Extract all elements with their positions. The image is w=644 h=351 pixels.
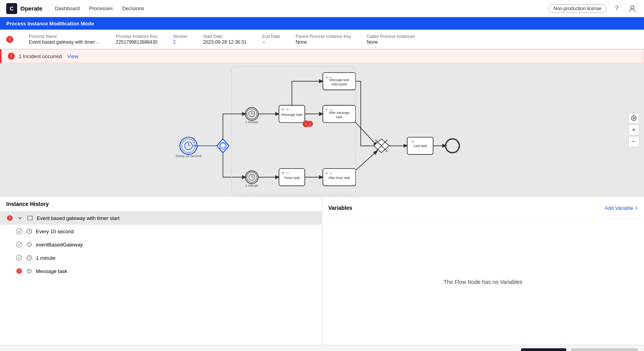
incident-message: 1 Incident occurred bbox=[19, 53, 62, 59]
zoom-out-button[interactable]: − bbox=[628, 136, 639, 147]
license-badge[interactable]: Non-production license bbox=[548, 4, 607, 13]
svg-text:⚙: ⚙ bbox=[325, 108, 328, 112]
nav-dashboard[interactable]: Dashboard bbox=[55, 4, 80, 13]
svg-point-77 bbox=[16, 255, 22, 261]
history-panel: Instance History ! Event based gateway w… bbox=[0, 197, 322, 345]
process-name-label: Process Name bbox=[29, 34, 100, 39]
svg-text:interrupted: interrupted bbox=[331, 83, 347, 86]
parent-key-label: Parent Process Instance Key bbox=[296, 34, 351, 39]
parent-key-group: Parent Process Instance Key None bbox=[296, 34, 351, 45]
zoom-reset-button[interactable] bbox=[628, 113, 639, 124]
history-error-icon: ! bbox=[6, 214, 13, 222]
process-info-bar: ! Process Name Event based gateway with … bbox=[0, 30, 644, 49]
history-item-label-4: Message task bbox=[36, 268, 67, 274]
svg-text:!: ! bbox=[9, 216, 10, 220]
svg-text:Every 10 second: Every 10 second bbox=[176, 154, 201, 158]
history-item-label-root: Event based gateway with timer start bbox=[37, 215, 119, 221]
add-variable-button[interactable]: Add Variable + bbox=[605, 205, 638, 211]
incident-view-link[interactable]: View bbox=[68, 53, 78, 59]
svg-text:After message: After message bbox=[329, 111, 350, 115]
history-completed-icon-3 bbox=[16, 254, 23, 261]
history-gateway-icon bbox=[26, 241, 33, 248]
start-date-group: Start Date 2023-09-29 12:36:31 bbox=[203, 34, 246, 45]
process-name-group: Process Name Event based gateway with ti… bbox=[29, 34, 100, 45]
logo-icon: C bbox=[6, 3, 17, 14]
mod-banner-text: Process Instance Modification Mode bbox=[6, 21, 94, 27]
svg-point-63 bbox=[446, 139, 459, 152]
main-area: Every 10 second 1 minute 1 minute bbox=[0, 63, 644, 351]
apply-modifications-button[interactable]: Apply Modifications bbox=[571, 348, 638, 351]
discard-all-button[interactable]: Discard All bbox=[521, 348, 566, 351]
svg-text:⚙: ⚙ bbox=[281, 108, 285, 112]
incident-bar: ! 1 Incident occurred View bbox=[0, 49, 644, 63]
history-item-1min[interactable]: 1 minute bbox=[9, 251, 322, 264]
svg-text:1 minute: 1 minute bbox=[245, 120, 258, 124]
zoom-in-button[interactable]: + bbox=[628, 124, 639, 135]
instance-key-value: 2251799813888430 bbox=[116, 39, 158, 45]
svg-rect-70 bbox=[28, 216, 32, 220]
end-date-label: End Date bbox=[262, 34, 280, 39]
svg-text:!: ! bbox=[18, 269, 20, 273]
svg-marker-76 bbox=[27, 242, 32, 247]
version-label: Version bbox=[173, 34, 188, 39]
history-error-icon-2: ! bbox=[16, 268, 23, 275]
history-completed-icon-2 bbox=[16, 241, 23, 248]
process-error-indicator: ! bbox=[6, 36, 13, 43]
history-item-label-2: eventBasedGateway bbox=[36, 242, 83, 248]
variables-panel: Variables Add Variable + The Flow Node h… bbox=[322, 197, 644, 345]
user-icon[interactable] bbox=[627, 3, 638, 14]
end-date-value: -- bbox=[262, 39, 280, 45]
svg-text:After timer task: After timer task bbox=[328, 176, 350, 180]
svg-text:task: task bbox=[336, 115, 343, 119]
nav-decisions[interactable]: Decisions bbox=[122, 4, 144, 13]
zoom-controls: + − bbox=[628, 113, 639, 147]
top-nav: C Operate Dashboard Processes Decisions … bbox=[0, 0, 644, 17]
svg-text:⚙: ⚙ bbox=[281, 171, 285, 175]
svg-point-71 bbox=[16, 229, 22, 234]
start-date-label: Start Date bbox=[203, 34, 246, 39]
svg-text:⏱: ⏱ bbox=[329, 172, 332, 175]
bottom-panel: Instance History ! Event based gateway w… bbox=[0, 197, 644, 345]
svg-text:Message task: Message task bbox=[281, 113, 303, 117]
modification-banner: Process Instance Modification Mode bbox=[0, 17, 644, 30]
bpmn-diagram: Every 10 second 1 minute 1 minute bbox=[0, 63, 644, 197]
history-process-icon bbox=[27, 214, 34, 222]
svg-text:Timer task: Timer task bbox=[284, 176, 300, 180]
history-panel-title: Instance History bbox=[0, 197, 322, 211]
svg-text:⏱: ⏱ bbox=[286, 172, 289, 175]
history-completed-icon-1 bbox=[16, 228, 23, 235]
history-item-timer-start[interactable]: Every 10 second bbox=[9, 225, 322, 238]
start-date-value: 2023-09-29 12:36:31 bbox=[203, 39, 246, 45]
parent-key-value: None bbox=[296, 39, 351, 45]
svg-text:⚙: ⚙ bbox=[325, 172, 328, 175]
history-items-list: ! Event based gateway with timer start bbox=[0, 211, 322, 345]
history-item-root[interactable]: ! Event based gateway with timer start bbox=[0, 211, 322, 225]
version-value: 2 bbox=[173, 39, 188, 45]
variables-panel-title: Variables bbox=[328, 201, 352, 215]
called-value: None bbox=[366, 39, 415, 45]
history-timer-icon-1 bbox=[26, 228, 33, 235]
nav-processes[interactable]: Processes bbox=[89, 4, 113, 13]
end-date-group: End Date -- bbox=[262, 34, 280, 45]
svg-text:⚙: ⚙ bbox=[411, 140, 414, 144]
variables-empty-message: The Flow Node has no Variables bbox=[322, 219, 644, 345]
process-name-value: Event based gateway with timer ... bbox=[29, 39, 100, 45]
history-expand-icon[interactable] bbox=[16, 214, 23, 222]
history-item-label-3: 1 minute bbox=[36, 255, 55, 261]
svg-point-0 bbox=[631, 6, 634, 9]
app-name: Operate bbox=[20, 5, 43, 12]
called-group: Called Process Instances None bbox=[366, 34, 415, 45]
history-item-label-1: Every 10 second bbox=[36, 229, 74, 234]
instance-key-group: Process Instance Key 2251799813888430 bbox=[116, 34, 158, 45]
variables-empty-text: The Flow Node has no Variables bbox=[443, 279, 522, 285]
history-item-gateway[interactable]: eventBasedGateway bbox=[9, 238, 322, 251]
footer: Discard All Apply Modifications bbox=[0, 345, 644, 351]
incident-error-icon: ! bbox=[8, 53, 15, 60]
svg-text:✉: ✉ bbox=[286, 108, 289, 112]
diagram-area[interactable]: Every 10 second 1 minute 1 minute bbox=[0, 63, 644, 197]
svg-text:Last task: Last task bbox=[413, 144, 427, 148]
svg-point-75 bbox=[16, 242, 22, 247]
help-icon[interactable]: ? bbox=[611, 3, 622, 14]
history-item-msg-task[interactable]: ! Message task bbox=[9, 264, 322, 278]
called-label: Called Process Instances bbox=[366, 34, 415, 39]
